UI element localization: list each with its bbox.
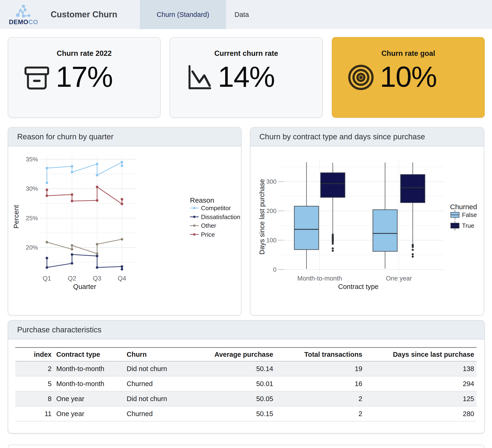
page-title: Customer Churn (51, 10, 117, 20)
box-chart-body: 0100200300Month-to-monthOne yearContract… (250, 146, 484, 315)
table-cell: Month-to-month (54, 376, 124, 391)
table-cell: 138 (365, 361, 477, 376)
kpi-card-churn-rate-2022: Churn rate 2022 17% (8, 37, 161, 118)
line-chart-title: Reason for churn by quarter (8, 128, 241, 146)
table-cell: 19 (276, 361, 365, 376)
box-chart-card: Churn by contract type and days since pu… (250, 127, 484, 315)
table-cell: Churned (124, 376, 192, 391)
dashboard-page: DEMOCO Customer Churn Churn (Standard) D… (0, 0, 492, 448)
svg-text:Q3: Q3 (93, 275, 101, 282)
svg-text:Other: Other (201, 222, 216, 229)
table-row: 5Month-to-monthChurned50.0116294 (15, 376, 477, 391)
reason-line-chart: 35%30%25%20%Q1Q2Q3Q4QuarterPercentReason… (8, 146, 241, 315)
table-cell: 2 (276, 391, 365, 406)
line-chart-body: 35%30%25%20%Q1Q2Q3Q4QuarterPercentReason… (8, 146, 241, 315)
purchase-table-title: Purchase characteristics (8, 321, 484, 339)
table-row: 8One yearDid not churn50.052125 (15, 391, 477, 406)
kpi-row: Churn rate 2022 17% Current churn rate 1… (8, 37, 485, 118)
table-cell: 50.05 (192, 391, 276, 406)
purchase-table-card: Purchase characteristics indexContract t… (8, 320, 485, 433)
table-cell: One year (54, 391, 124, 406)
archive-box-icon (21, 63, 52, 92)
table-cell: 5 (15, 376, 54, 391)
svg-text:True: True (462, 222, 474, 229)
svg-text:300: 300 (266, 178, 277, 185)
table-cell: 8 (15, 391, 54, 406)
table-cell: 125 (365, 391, 477, 406)
svg-text:Competitor: Competitor (201, 205, 231, 212)
table-cell: 11 (15, 406, 54, 421)
svg-text:Q1: Q1 (43, 275, 51, 282)
svg-text:Price: Price (201, 231, 215, 238)
table-cell: 280 (365, 406, 477, 421)
table-cell: 50.01 (192, 376, 276, 391)
svg-text:Q2: Q2 (68, 275, 76, 282)
svg-text:20%: 20% (26, 244, 38, 251)
kpi-card-churn-rate-goal: Churn rate goal 10% (332, 37, 485, 118)
next-card-cutoff (8, 445, 485, 448)
kpi-title: Churn rate 2022 (8, 49, 160, 58)
table-cell: One year (54, 406, 124, 421)
svg-text:25%: 25% (26, 215, 38, 222)
column-header: Days since last purchase (365, 348, 477, 361)
logo-text-co: CO (28, 19, 38, 26)
svg-text:30%: 30% (26, 185, 38, 192)
column-header: Contract type (54, 348, 124, 361)
column-header: Churn (124, 348, 192, 361)
kpi-title: Churn rate goal (332, 49, 484, 58)
svg-text:Contract type: Contract type (338, 283, 379, 290)
svg-text:Q4: Q4 (118, 275, 126, 282)
tab-data[interactable]: Data (226, 0, 257, 29)
tab-churn-standard[interactable]: Churn (Standard) (140, 0, 226, 29)
line-chart-card: Reason for churn by quarter 35%30%25%20%… (8, 127, 242, 315)
charts-row: Reason for churn by quarter 35%30%25%20%… (8, 127, 485, 315)
svg-text:Churned: Churned (450, 203, 477, 211)
table-row: 2Month-to-monthDid not churn50.1419138 (15, 361, 477, 376)
table-cell: Churned (124, 406, 192, 421)
svg-text:35%: 35% (26, 156, 38, 163)
table-cell: Did not churn (124, 361, 192, 376)
svg-text:100: 100 (266, 237, 277, 244)
svg-text:One year: One year (386, 275, 412, 282)
svg-text:Reason: Reason (190, 196, 214, 204)
svg-text:Dissatisfaction: Dissatisfaction (201, 213, 240, 220)
churn-box-chart: 0100200300Month-to-monthOne yearContract… (250, 146, 484, 315)
tab-bar: Churn (Standard) Data (140, 0, 257, 29)
target-icon (345, 63, 376, 92)
svg-text:Month-to-month: Month-to-month (297, 275, 342, 282)
column-header: Total transactions (276, 348, 365, 361)
trend-down-icon (183, 63, 214, 92)
table-cell: 2 (276, 406, 365, 421)
column-header: Average purchase (192, 348, 276, 361)
box-chart-title: Churn by contract type and days since pu… (250, 128, 484, 146)
logo-wordmark: DEMOCO (9, 19, 38, 25)
table-row: 11One yearChurned50.152280 (15, 406, 477, 421)
table-cell: 50.14 (192, 361, 276, 376)
table-cell: 16 (276, 376, 365, 391)
svg-text:Quarter: Quarter (73, 283, 96, 290)
table-cell: 50.15 (192, 406, 276, 421)
svg-text:Days since last purchase: Days since last purchase (258, 179, 266, 254)
kpi-title: Current churn rate (170, 49, 322, 58)
table-cell: 294 (365, 376, 477, 391)
purchase-characteristics-table: indexContract typeChurnAverage purchaseT… (15, 347, 477, 421)
table-header-row: indexContract typeChurnAverage purchaseT… (15, 348, 477, 361)
logo-text-demo: DEMO (9, 19, 28, 26)
app-header: DEMOCO Customer Churn Churn (Standard) D… (0, 0, 492, 29)
table-cell: 2 (15, 361, 54, 376)
svg-text:200: 200 (266, 207, 277, 214)
kpi-card-current-churn-rate: Current churn rate 14% (170, 37, 323, 118)
table-cell: Did not churn (124, 391, 192, 406)
svg-text:0: 0 (273, 266, 277, 273)
molecule-logo-icon (15, 4, 32, 19)
table-cell: Month-to-month (54, 361, 124, 376)
column-header: index (15, 348, 54, 361)
purchase-table-wrap: indexContract typeChurnAverage purchaseT… (15, 347, 477, 421)
svg-text:Percent: Percent (12, 205, 20, 229)
svg-text:False: False (462, 211, 477, 218)
democo-logo: DEMOCO (9, 4, 39, 25)
